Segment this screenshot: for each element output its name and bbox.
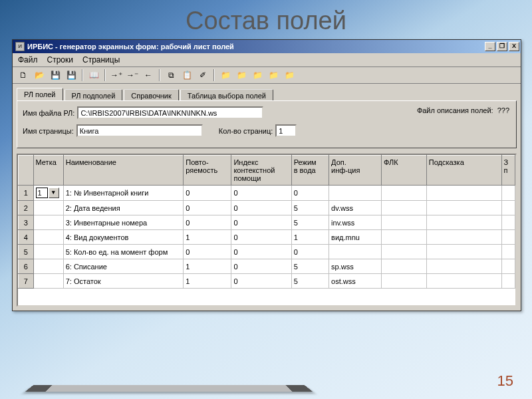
row-header[interactable]: 1 [19, 186, 34, 201]
cell-dop[interactable]: dv.wss [329, 201, 382, 215]
col-5[interactable]: Доп. инф-ция [329, 156, 382, 186]
titlebar[interactable]: И ИРБИС - генератор экранных форм: рабоч… [13, 40, 521, 53]
copy-icon[interactable]: ⧉ [164, 69, 178, 81]
cell-dop[interactable] [329, 186, 382, 201]
cell-flk[interactable] [382, 215, 427, 230]
book-icon[interactable]: 📖 [87, 69, 100, 81]
cell-rep[interactable]: 0 [184, 215, 231, 230]
cell-metka[interactable]: ▾ [33, 186, 63, 201]
col-4[interactable]: Режим в вода [291, 156, 329, 186]
folder-yellow-icon[interactable]: 📁 [219, 69, 232, 81]
cell-dop[interactable]: вид.mnu [329, 230, 382, 245]
cell-idx[interactable]: 0 [231, 186, 291, 201]
col-2[interactable]: Повто- ряемость [184, 156, 231, 186]
cell-tail[interactable] [501, 186, 515, 201]
cell-mode[interactable]: 5 [291, 201, 329, 215]
cell-hint[interactable] [426, 245, 501, 259]
cell-name[interactable]: 6: Списание [63, 259, 184, 274]
cell-tail[interactable] [501, 230, 515, 245]
cell-hint[interactable] [426, 230, 501, 245]
cell-metka[interactable] [33, 245, 63, 259]
cell-hint[interactable] [426, 201, 501, 215]
cell-dop[interactable]: sp.wss [329, 259, 382, 274]
menu-rows[interactable]: Строки [47, 55, 73, 65]
row-header[interactable]: 3 [19, 215, 34, 230]
cell-mode[interactable]: 0 [291, 186, 329, 201]
open-icon[interactable]: 📂 [33, 69, 46, 81]
cell-metka[interactable] [33, 230, 63, 245]
table-row[interactable]: 1▾1: № Инвентарной книги000 [19, 186, 515, 201]
folder-plus-icon[interactable]: 📁 [267, 69, 280, 81]
cell-tail[interactable] [501, 245, 515, 259]
cell-flk[interactable] [382, 201, 427, 215]
col-6[interactable]: ФЛК [382, 156, 427, 186]
pagename-input[interactable] [76, 124, 203, 137]
cell-metka[interactable] [33, 201, 63, 215]
col-3[interactable]: Индекс контекстной помощи [231, 156, 291, 186]
cell-dropdown-icon[interactable]: ▾ [49, 188, 59, 198]
table-row[interactable]: 55: Кол-во ед. на момент форм000 [19, 245, 515, 259]
cell-tail[interactable] [501, 259, 515, 274]
cell-flk[interactable] [382, 230, 427, 245]
save-icon[interactable]: 💾 [49, 69, 62, 81]
new-icon[interactable]: 🗋 [17, 69, 30, 81]
cell-rep[interactable]: 1 [184, 274, 231, 289]
cell-mode[interactable]: 5 [291, 259, 329, 274]
cell-metka[interactable] [33, 274, 63, 289]
cell-rep[interactable]: 0 [184, 245, 231, 259]
menu-file[interactable]: Файл [18, 55, 38, 65]
cell-metka[interactable] [33, 215, 63, 230]
cell-dop[interactable]: inv.wss [329, 215, 382, 230]
cell-idx[interactable]: 0 [231, 259, 291, 274]
row-header[interactable]: 2 [19, 201, 34, 215]
col-8[interactable]: З п [501, 156, 515, 186]
cell-idx[interactable]: 0 [231, 245, 291, 259]
cell-flk[interactable] [382, 259, 427, 274]
cell-tail[interactable] [501, 215, 515, 230]
cell-dop[interactable] [329, 245, 382, 259]
file-input[interactable] [77, 106, 263, 119]
cell-idx[interactable]: 0 [231, 201, 291, 215]
arrow-right-minus-icon[interactable]: →⁻ [126, 69, 139, 81]
paste-icon[interactable]: 📋 [180, 69, 194, 81]
cell-hint[interactable] [426, 274, 501, 289]
cell-mode[interactable]: 5 [291, 274, 329, 289]
cell-name[interactable]: 4: Вид документов [63, 230, 184, 245]
col-1[interactable]: Наименование [63, 156, 184, 186]
cell-name[interactable]: 7: Остаток [63, 274, 184, 289]
cell-hint[interactable] [426, 215, 501, 230]
cell-flk[interactable] [382, 186, 427, 201]
cell-mode[interactable]: 0 [291, 245, 329, 259]
cell-editor[interactable] [36, 188, 48, 198]
row-header[interactable]: 4 [19, 230, 34, 245]
folder-x-icon[interactable]: 📁 [283, 69, 296, 81]
pagecount-input[interactable] [275, 124, 297, 137]
folder-red-icon[interactable]: 📁 [235, 69, 248, 81]
folder-green-icon[interactable]: 📁 [251, 69, 264, 81]
minimize-button[interactable]: _ [485, 42, 495, 51]
row-header[interactable]: 5 [19, 245, 34, 259]
cell-mode[interactable]: 5 [291, 215, 329, 230]
cell-flk[interactable] [382, 245, 427, 259]
cell-name[interactable]: 5: Кол-во ед. на момент форм [63, 245, 184, 259]
table-row[interactable]: 66: Списание105sp.wss [19, 259, 515, 274]
cell-idx[interactable]: 0 [231, 230, 291, 245]
close-button[interactable]: X [509, 42, 519, 51]
table-row[interactable]: 77: Остаток105ost.wss [19, 274, 515, 289]
cell-dop[interactable]: ost.wss [329, 274, 382, 289]
tab-0[interactable]: РЛ полей [17, 88, 63, 100]
col-7[interactable]: Подсказка [426, 156, 501, 186]
cell-hint[interactable] [426, 259, 501, 274]
cell-metka[interactable] [33, 259, 63, 274]
arrow-right-plus-icon[interactable]: →⁺ [110, 69, 123, 81]
cell-flk[interactable] [382, 274, 427, 289]
cell-rep[interactable]: 1 [184, 230, 231, 245]
row-header[interactable]: 6 [19, 259, 34, 274]
restore-button[interactable]: ❐ [497, 42, 507, 51]
table-row[interactable]: 44: Вид документов101вид.mnu [19, 230, 515, 245]
cell-hint[interactable] [426, 186, 501, 201]
cell-rep[interactable]: 0 [184, 201, 231, 215]
paint-icon[interactable]: ✐ [196, 69, 209, 81]
cell-name[interactable]: 1: № Инвентарной книги [63, 186, 184, 201]
col-0[interactable]: Метка [33, 156, 63, 186]
